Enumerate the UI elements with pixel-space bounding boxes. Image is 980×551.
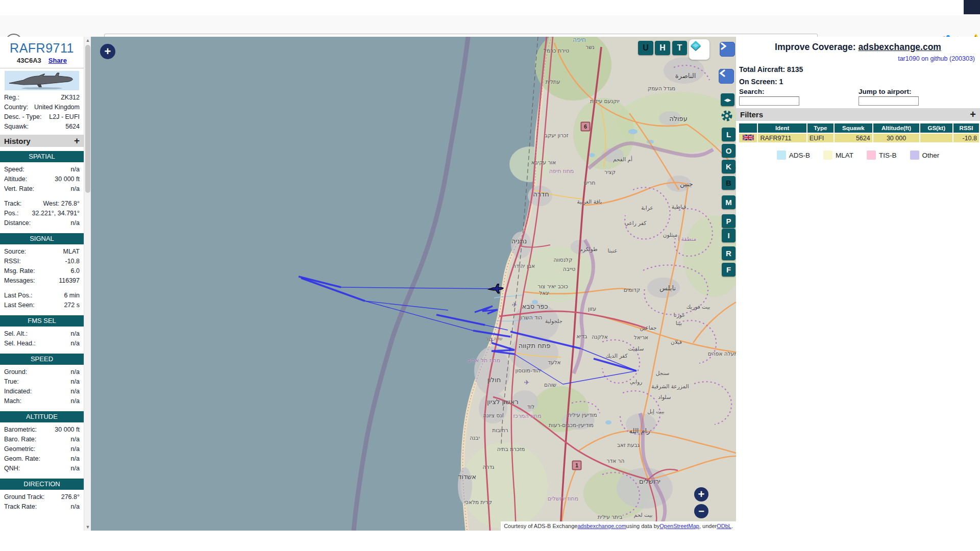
aircraft-table-row[interactable]: RAFR9711EUFI562430 000-10.8 [739,134,979,142]
filters-expand-icon[interactable]: + [970,109,976,120]
scroll-down-icon[interactable]: ▼ [84,524,91,530]
telemetry-label: Barometric: [4,425,37,435]
map-label: יהוד-מונוסון [515,367,541,373]
improve-coverage-link[interactable]: adsbexchange.com [858,42,941,52]
column-header[interactable]: Type [807,123,834,133]
aircraft-list-panel: Improve Coverage: adsbexchange.com tar10… [736,37,980,531]
github-link[interactable]: tar1090 on github (200303) [736,55,980,62]
map-label: سلفيت [628,345,644,352]
map-button-p[interactable]: P [722,214,736,228]
map-button-b[interactable]: B [722,176,736,190]
map-label: עתלית [546,79,560,85]
telemetry-row: Ground:n/a [0,367,84,377]
scrollbar-thumb[interactable] [85,45,90,193]
airport-icon: ✈ [512,301,518,309]
filters-header[interactable]: Filters + [736,108,980,121]
app-window: https://tar1090.adsbexchange.com ••• [0,0,980,551]
toggle-t-button[interactable]: T [672,41,687,55]
filters-label: Filters [740,110,763,119]
map-label: חריש [584,180,596,186]
map-button-i[interactable]: I [722,229,736,242]
legend-label: ADS-B [789,152,810,159]
legend-item: TIS-B [867,151,897,160]
column-header[interactable] [739,123,757,133]
history-expand-icon[interactable]: + [74,135,80,146]
column-header[interactable]: Squawk [835,123,872,133]
improve-coverage-label: Improve Coverage: [775,42,858,52]
panel-expand-button[interactable] [719,69,734,84]
telemetry-label: Mach: [4,396,21,406]
telemetry-value: n/a [71,454,80,464]
zoom-in-top-button[interactable]: + [100,44,115,59]
uk-flag-icon [743,134,754,141]
map-canvas[interactable]: חיפהנשרטירת כרמלעתליתיוקנעם עיליתמגדל הע… [91,37,736,531]
divider [0,68,84,68]
sidebar-scrollbar[interactable]: ▲ ▼ [84,37,91,531]
map-label: بيت لحم [634,512,653,518]
column-header[interactable]: Ident [758,123,806,133]
map-label: קדומים [624,287,641,293]
map-label: מודיעין עילית [568,412,597,418]
scroll-up-icon[interactable]: ▲ [84,38,91,43]
map-label: روابي [630,379,643,385]
telemetry-row: Track Rate:n/a [0,502,84,512]
aircraft-table-header: IdentTypeSquawkAltitude(ft)GS(kt)RSSI [739,123,979,133]
telemetry-row: Geom. Rate:n/a [0,454,84,464]
map-label: מודיעין-מכבים-רעות [549,422,594,428]
map-zoom-out-button[interactable]: − [694,504,708,518]
map-button-f[interactable]: F [722,263,736,277]
toggle-h-button[interactable]: H [655,41,670,55]
map-button-l[interactable]: L [722,128,736,141]
map-label: المزرعة الشرقية [651,383,689,389]
map-label: קלנסווה [553,257,572,263]
map-button-k[interactable]: K [722,160,736,173]
legend-swatch [823,151,832,160]
telemetry-label: Last Pos.: [4,291,33,300]
attribution-text: using data by [626,523,659,529]
layers-button[interactable] [689,39,709,60]
panel-collapse-button[interactable] [720,42,735,57]
map-label: عنبتا [608,247,618,254]
map-label: נשר [585,44,595,50]
telemetry-value: n/a [71,502,80,512]
attribution-link[interactable]: OpenStreetMap [659,523,699,529]
splitter-button[interactable]: ◀▶ [721,93,734,106]
share-link[interactable]: Share [48,57,67,64]
search-input[interactable] [739,96,799,106]
attribution-link[interactable]: adsbexchange.com [577,523,626,529]
info-row: Country:United Kingdom [0,103,84,112]
jump-to-airport-input[interactable] [859,96,919,106]
map-zoom-in-button[interactable]: + [694,487,708,502]
map-button-o[interactable]: O [722,144,736,158]
info-row: Desc. - Type:L2J - EUFI [0,112,84,122]
aircraft-info-rows: Reg.:ZK312Country:United KingdomDesc. - … [0,93,84,132]
history-header[interactable]: History + [0,135,84,147]
section-group: Ground Track:276.8°Track Rate:n/a [0,492,84,512]
telemetry-label: Altitude: [4,174,27,184]
aircraft-photo[interactable] [5,71,79,90]
map-label: פתח תקווה [519,342,551,349]
attribution-link[interactable]: ODbL [717,523,731,529]
map-button-r[interactable]: R [722,246,736,260]
telemetry-row: Speed:n/a [0,165,84,174]
toggle-u-button[interactable]: U [638,41,653,55]
column-header[interactable]: RSSI [953,123,979,133]
telemetry-label: Msg. Rate: [4,266,35,276]
telemetry-value: n/a [71,396,80,406]
map-label: שוהם [544,382,556,388]
legend-swatch [910,151,919,160]
jump-to-airport-label: Jump to airport: [859,88,912,95]
map-label: מחוז חיפה [549,168,574,174]
telemetry-row: Barometric:30 000 ft [0,425,84,435]
settings-gear-icon[interactable] [720,109,735,123]
column-header[interactable]: Altitude(ft) [873,123,920,133]
telemetry-row: Geometric:n/a [0,444,84,454]
column-header[interactable]: GS(kt) [920,123,952,133]
map-button-m[interactable]: M [722,195,736,209]
telemetry-value: n/a [71,387,80,396]
telemetry-value: n/a [71,339,80,348]
telemetry-label: Sel. Head.: [4,339,36,348]
telemetry-value: n/a [71,218,80,228]
aircraft-table: IdentTypeSquawkAltitude(ft)GS(kt)RSSI RA… [738,122,980,143]
legend-swatch [777,151,786,160]
